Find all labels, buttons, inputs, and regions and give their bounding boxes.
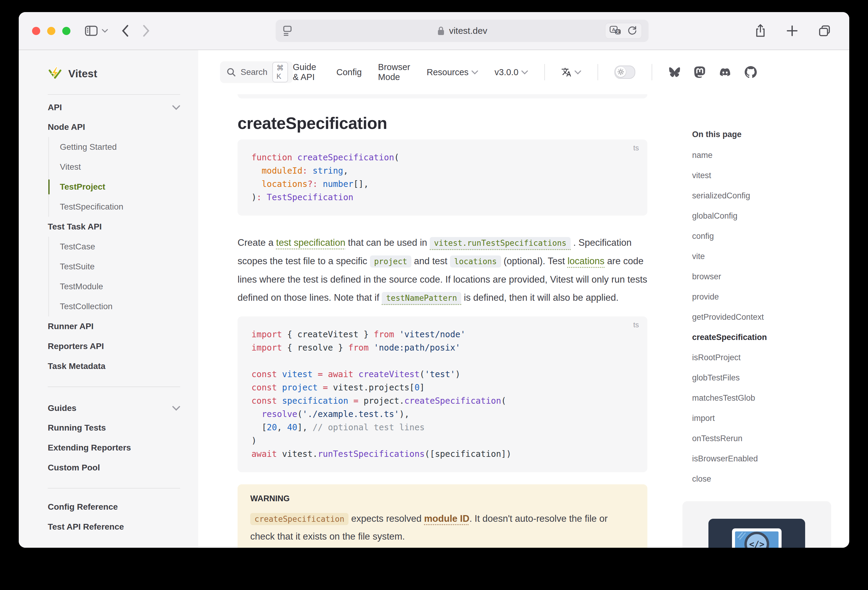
tab-overview-icon[interactable] [818, 24, 831, 37]
previous-code-block-tail [238, 94, 647, 99]
chevron-down-icon [574, 70, 581, 75]
sidebar-item-test-api-reference[interactable]: Test API Reference [48, 517, 180, 537]
reload-icon[interactable] [627, 26, 638, 36]
link-test-specification[interactable]: test specification [276, 237, 345, 248]
page-title: createSpecification [238, 113, 647, 133]
sidebar-item-extending-reporters[interactable]: Extending Reporters [48, 438, 180, 458]
chevron-down-icon [172, 406, 180, 411]
translate-badge-icon[interactable]: A文 [610, 26, 622, 36]
toc-item-ontestsrerun[interactable]: onTestsRerun [692, 428, 833, 449]
code-block-example: ts import { createVitest } from 'vitest/… [238, 316, 647, 472]
sidebar-item-task-metadata[interactable]: Task Metadata [48, 356, 180, 376]
toc-item-createspecification[interactable]: createSpecification [692, 327, 833, 347]
sidebar-item-getting-started[interactable]: Getting Started [60, 137, 180, 157]
description-paragraph: Create a test specification that can be … [238, 234, 647, 307]
toc-item-import[interactable]: import [692, 408, 833, 428]
search-label: Search [241, 67, 267, 77]
code-inspection-illustration: </> [709, 519, 805, 548]
toc-item-vitest[interactable]: vitest [692, 165, 833, 186]
toc-item-isbrowserenabled[interactable]: isBrowserEnabled [692, 449, 833, 469]
theme-toggle[interactable] [614, 66, 636, 79]
svg-text:文: 文 [616, 29, 620, 34]
sidebar-item-vitest[interactable]: Vitest [60, 157, 180, 177]
chevron-down-icon [471, 70, 478, 75]
sidebar-item-testproject[interactable]: TestProject [60, 177, 180, 197]
sidebar-item-runner-api[interactable]: Runner API [48, 316, 180, 336]
sidebar-item-testcollection[interactable]: TestCollection [60, 297, 180, 316]
code-link-project[interactable]: project [370, 256, 412, 268]
sidebar-item-config-reference[interactable]: Config Reference [48, 497, 180, 517]
forward-icon[interactable] [142, 25, 150, 37]
sidebar-divider [48, 387, 180, 387]
sponsor-card[interactable]: </> [682, 501, 831, 548]
sidebar-item-test-task-api[interactable]: Test Task API [48, 217, 180, 237]
minimize-window-button[interactable] [47, 27, 55, 35]
sidebar-item-reporters-api[interactable]: Reporters API [48, 336, 180, 356]
inline-code-createspecification: createSpecification [250, 513, 348, 525]
sidebar-divider [48, 488, 180, 488]
close-window-button[interactable] [32, 27, 40, 35]
browser-toolbar: vitest.dev A文 [19, 12, 849, 50]
search-icon [227, 68, 236, 77]
back-icon[interactable] [121, 25, 129, 37]
new-tab-icon[interactable] [786, 25, 799, 37]
vitest-logo[interactable]: Vitest [48, 64, 180, 83]
sidebar-nav: APINode APIGetting StartedVitestTestProj… [48, 95, 180, 537]
nav-divider [598, 64, 598, 80]
link-module-id[interactable]: module ID [424, 513, 469, 524]
toc-item-globalconfig[interactable]: globalConfig [692, 206, 833, 226]
nav-link-config[interactable]: Config [337, 67, 362, 77]
sidebar-item-testspecification[interactable]: TestSpecification [60, 197, 180, 217]
toc-item-matchestestglob[interactable]: matchesTestGlob [692, 388, 833, 408]
toc-item-provide[interactable]: provide [692, 287, 833, 307]
sidebar-menu-chevron-icon[interactable] [102, 29, 108, 33]
toc-item-serializedconfig[interactable]: serializedConfig [692, 186, 833, 206]
site-header: Search ⌘ K Guide & APIConfigBrowser Mode… [198, 50, 680, 94]
sidebar-item-testcase[interactable]: TestCase [60, 237, 180, 257]
warning-body: createSpecification expects resolved mod… [250, 510, 635, 545]
nav-divider [544, 64, 545, 80]
code-link-locations[interactable]: locations [450, 256, 501, 268]
chevron-down-icon [172, 105, 180, 110]
nav-divider [652, 64, 652, 80]
nav-link-browser-mode[interactable]: Browser Mode [378, 62, 410, 82]
toc-item-config[interactable]: config [692, 226, 833, 246]
svg-text:A: A [612, 27, 616, 32]
code-link-testnamepattern[interactable]: testNamePattern [382, 292, 461, 305]
code-language-label: ts [633, 321, 639, 329]
sidebar-toggle-icon[interactable] [85, 25, 97, 36]
sidebar-item-running-tests[interactable]: Running Tests [48, 418, 180, 438]
lock-icon [437, 26, 445, 35]
nav-link-guide-api[interactable]: Guide & API [293, 62, 320, 82]
toc-item-close[interactable]: close [692, 469, 833, 489]
sidebar-section-api[interactable]: API [48, 95, 180, 117]
window-controls [32, 27, 71, 35]
sun-icon [617, 69, 624, 75]
sidebar-item-testsuite[interactable]: TestSuite [60, 257, 180, 277]
address-bar[interactable]: vitest.dev A文 [276, 20, 649, 42]
toc-item-getprovidedcontext[interactable]: getProvidedContext [692, 307, 833, 327]
toc-item-isrootproject[interactable]: isRootProject [692, 347, 833, 368]
main-content: Search ⌘ K Guide & APIConfigBrowser Mode… [198, 50, 680, 548]
code-link-vitest-runtestspecifications[interactable]: vitest.runTestSpecifications [430, 237, 571, 250]
sidebar-item-custom-pool[interactable]: Custom Pool [48, 458, 180, 478]
sidebar-item-node-api[interactable]: Node API [48, 117, 180, 137]
reader-icon[interactable] [282, 25, 292, 37]
nav-link-v3-0-0[interactable]: v3.0.0 [495, 67, 528, 77]
zoom-window-button[interactable] [62, 27, 71, 35]
code-block-signature: ts function createSpecification( moduleI… [238, 140, 647, 216]
toc-item-name[interactable]: name [692, 145, 833, 165]
language-menu[interactable] [561, 67, 581, 77]
toc-item-globtestfiles[interactable]: globTestFiles [692, 368, 833, 388]
bluesky-icon[interactable] [669, 67, 681, 78]
warning-title: WARNING [250, 494, 635, 503]
sidebar-item-testmodule[interactable]: TestModule [60, 277, 180, 297]
toc-item-browser[interactable]: browser [692, 266, 833, 287]
link-locations[interactable]: locations [568, 256, 604, 266]
toc-item-vite[interactable]: vite [692, 246, 833, 266]
share-icon[interactable] [754, 24, 766, 38]
sidebar-section-guides[interactable]: Guides [48, 396, 180, 418]
search-button[interactable]: Search ⌘ K [220, 61, 293, 83]
nav-link-resources[interactable]: Resources [427, 67, 478, 77]
browser-window: vitest.dev A文 [19, 12, 849, 548]
